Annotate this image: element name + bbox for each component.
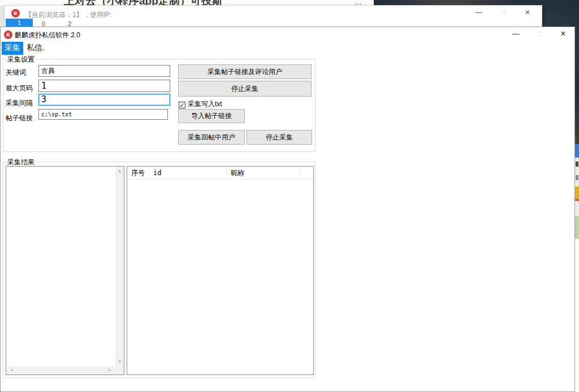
stop-collect-button[interactable]: 停止采集 xyxy=(178,81,312,97)
post-link-label: 帖子链接 xyxy=(6,114,33,123)
desktop: { "desktop": { "browser": { "title_parti… xyxy=(0,0,579,392)
scroll-right-icon[interactable]: > xyxy=(105,367,114,373)
tab-bar: 采集私信. xyxy=(2,42,47,55)
settings-groupbox: 采集设置 关键词 最大页码 采集间隔 帖子链接 采集帖子链接及评论用户 停止采集… xyxy=(3,59,316,152)
app-logo-icon: 麟 xyxy=(4,31,12,39)
sliver-yellow-block xyxy=(575,186,579,199)
tab-collect[interactable]: 采集 xyxy=(2,42,23,55)
interval-input[interactable] xyxy=(38,94,170,106)
results-table[interactable]: 序号 id 昵称 xyxy=(127,166,314,375)
scroll-down-icon[interactable]: ∨ xyxy=(115,358,124,364)
sliver-white-block xyxy=(575,239,579,392)
horizontal-scrollbar[interactable]: < > xyxy=(6,366,115,374)
keyword-input[interactable] xyxy=(38,65,170,77)
browser-window-edge xyxy=(0,7,5,27)
write-txt-checkbox[interactable]: ✓ xyxy=(179,102,185,108)
max-page-input[interactable] xyxy=(38,80,170,92)
results-groupbox: 采集结果 ∧ ∨ < > 序号 id 昵称 xyxy=(3,162,316,378)
sliver-blue-block xyxy=(575,144,579,158)
main-window: 麟 麒麟虎扑私信软件 2.0 — □ ✕ 采集私信. 采集设置 关键词 最大页码… xyxy=(0,27,575,392)
window-title: 麒麟虎扑私信软件 2.0 xyxy=(15,31,80,40)
sliver-light-block xyxy=(575,201,579,216)
close-button[interactable]: ✕ xyxy=(556,29,571,38)
app-logo-icon: 麟 xyxy=(11,9,20,18)
vertical-scrollbar[interactable]: ∧ ∨ xyxy=(115,167,124,374)
browser-status-window: 麟 【当前浏览器：1】，使用IP: — □ ✕ 1 0 2 xyxy=(5,6,542,27)
collect-repliers-button[interactable]: 采集回帖中用户 xyxy=(178,130,245,145)
column-header-filler xyxy=(300,167,313,179)
browser-status-text: 【当前浏览器：1】，使用IP: xyxy=(25,10,111,20)
scroll-up-icon[interactable]: ∧ xyxy=(115,168,124,174)
import-links-button[interactable]: 导入帖子链接 xyxy=(178,109,245,123)
sliver-icon xyxy=(576,162,578,167)
write-txt-checkbox-row: ✓采集写入txt xyxy=(179,99,222,107)
interval-label: 采集间隔 xyxy=(6,98,33,108)
stop-collect-button-2[interactable]: 停止采集 xyxy=(247,130,312,145)
results-listbox[interactable]: ∧ ∨ < > xyxy=(6,166,124,375)
maximize-button[interactable]: □ xyxy=(498,8,510,16)
max-page-label: 最大页码 xyxy=(6,84,33,93)
maximize-button[interactable]: □ xyxy=(532,29,547,38)
minimize-button[interactable]: — xyxy=(473,8,485,16)
minimize-button[interactable]: — xyxy=(508,29,523,38)
column-header-nickname[interactable]: 昵称 xyxy=(227,167,300,179)
column-header-id[interactable]: id xyxy=(149,167,227,179)
column-header-index[interactable]: 序号 xyxy=(127,167,149,179)
collect-posts-button[interactable]: 采集帖子链接及评论用户 xyxy=(178,64,312,79)
settings-group-title: 采集设置 xyxy=(6,55,36,64)
post-link-input[interactable] xyxy=(38,109,168,120)
close-button[interactable]: ✕ xyxy=(521,8,534,16)
scroll-left-icon[interactable]: < xyxy=(8,367,16,373)
tab-private-message[interactable]: 私信. xyxy=(23,42,47,55)
table-header: 序号 id 昵称 xyxy=(127,167,313,180)
sliver-green-block xyxy=(575,216,579,239)
keyword-label: 关键词 xyxy=(6,68,26,77)
sliver-icon xyxy=(576,175,578,180)
write-txt-label: 采集写入txt xyxy=(188,100,222,108)
